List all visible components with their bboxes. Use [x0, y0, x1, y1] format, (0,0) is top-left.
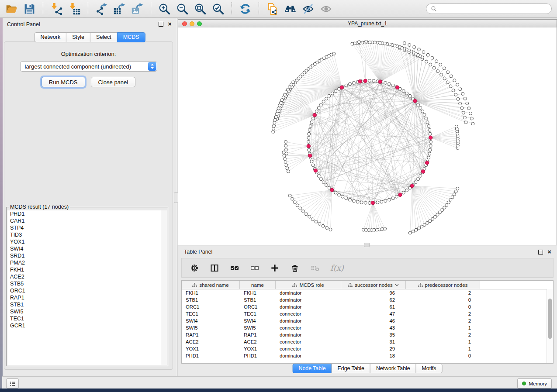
- network-titlebar[interactable]: YPA_prune.txt_1: [178, 20, 557, 28]
- columns-icon[interactable]: [210, 263, 219, 272]
- table-row[interactable]: SWI5SWI5connector431: [182, 324, 553, 331]
- mcds-result-list[interactable]: PHD1CAR1STP4TID3YOX1SWI4SRD1PMA2FKH1ACE2…: [7, 210, 167, 365]
- settings-icon[interactable]: [190, 263, 199, 272]
- deselect-all-icon[interactable]: [250, 263, 259, 272]
- mcds-node-item[interactable]: FKH1: [7, 266, 167, 273]
- table-cell: TEC1: [182, 310, 240, 317]
- search-box[interactable]: [426, 3, 552, 14]
- table-row[interactable]: RAP1RAP1dominator352: [182, 331, 553, 338]
- mcds-node-item[interactable]: STB5: [7, 280, 167, 287]
- memory-button[interactable]: Memory: [517, 378, 552, 389]
- zoom-selected-icon[interactable]: [211, 1, 226, 16]
- table-scrollbar-thumb[interactable]: [548, 299, 552, 339]
- table-row[interactable]: STB1STB1dominator620: [182, 296, 553, 303]
- table-row[interactable]: TEC1TEC1connector472: [182, 310, 553, 317]
- refresh-view-icon[interactable]: [238, 1, 253, 16]
- save-session-icon[interactable]: [22, 1, 37, 16]
- table-cell: 0: [406, 296, 480, 303]
- network-canvas-svg[interactable]: [178, 28, 557, 245]
- clone-network-icon[interactable]: [265, 1, 280, 16]
- table-panel-close-icon[interactable]: ×: [547, 249, 551, 254]
- memory-indicator-dot: [522, 382, 526, 385]
- tab-mcds[interactable]: MCDS: [117, 32, 145, 42]
- zoom-traffic-light-icon[interactable]: [197, 21, 202, 26]
- mcds-node-item[interactable]: GCR1: [7, 322, 167, 329]
- table-row[interactable]: ACE2ACE2connector311: [182, 338, 553, 345]
- column-header-shared-name[interactable]: shared name: [182, 281, 240, 289]
- table-cell: STB1: [182, 296, 240, 303]
- network-canvas[interactable]: [178, 28, 557, 245]
- tab-style[interactable]: Style: [66, 32, 90, 42]
- table-row[interactable]: SWI4SWI4dominator462: [182, 317, 553, 324]
- table-row[interactable]: PHD1PHD1dominator180: [182, 352, 553, 359]
- show-all-icon[interactable]: [318, 1, 334, 16]
- table-cell: 18: [341, 352, 406, 359]
- table-cell: 1: [406, 338, 480, 345]
- table-cell: 43: [341, 324, 406, 331]
- table-row[interactable]: ORC1ORC1dominator610: [182, 303, 553, 310]
- open-file-icon[interactable]: [4, 1, 19, 16]
- mcds-node-item[interactable]: PHD1: [7, 210, 167, 217]
- task-history-button[interactable]: [6, 378, 19, 389]
- table-cell: 0: [406, 352, 480, 359]
- horizontal-splitter-handle[interactable]: [364, 243, 370, 247]
- import-table-icon[interactable]: [67, 1, 82, 16]
- column-header-MCDS-role[interactable]: MCDS role: [276, 281, 341, 289]
- close-panel-button[interactable]: Close panel: [91, 77, 136, 87]
- zoom-in-icon[interactable]: [157, 1, 172, 16]
- mcds-node-item[interactable]: TID3: [7, 231, 167, 238]
- mcds-node-item[interactable]: ORC1: [7, 287, 167, 294]
- column-header-successor-nodes[interactable]: successor nodes: [341, 281, 406, 289]
- column-header-predecessor-nodes[interactable]: predecessor nodes: [406, 281, 480, 289]
- close-traffic-light-icon[interactable]: [182, 21, 187, 26]
- import-network-icon[interactable]: [49, 1, 64, 16]
- mcds-node-item[interactable]: RAP1: [7, 294, 167, 301]
- select-all-icon[interactable]: [230, 263, 239, 272]
- tab-motifs[interactable]: Motifs: [416, 364, 443, 373]
- mcds-node-item[interactable]: STP4: [7, 224, 167, 231]
- export-table-icon[interactable]: [112, 1, 127, 16]
- zoom-out-icon[interactable]: [175, 1, 190, 16]
- tab-select[interactable]: Select: [90, 32, 118, 42]
- mcds-node-item[interactable]: SWI5: [7, 308, 167, 315]
- export-image-icon[interactable]: [130, 1, 145, 16]
- criterion-select[interactable]: largest connected component (undirected): [20, 61, 157, 72]
- search-input[interactable]: [439, 4, 549, 13]
- table-cell: ORC1: [182, 303, 240, 310]
- tab-node-table[interactable]: Node Table: [293, 364, 332, 373]
- mcds-node-item[interactable]: YOX1: [7, 238, 167, 245]
- control-panel-close-icon[interactable]: ×: [168, 21, 172, 26]
- list-icon: [9, 380, 16, 387]
- hide-selected-icon[interactable]: [301, 1, 316, 16]
- add-row-icon[interactable]: [270, 263, 279, 272]
- table-row[interactable]: FKH1FKH1dominator962: [182, 289, 553, 296]
- column-header-name[interactable]: name: [240, 281, 276, 289]
- table-row[interactable]: YOX1YOX1connector291: [182, 345, 553, 352]
- memory-label: Memory: [529, 381, 547, 386]
- delete-rows-icon[interactable]: [290, 263, 299, 272]
- table-cell: SWI5: [182, 324, 240, 331]
- table-panel-float-icon[interactable]: [538, 250, 543, 254]
- tab-edge-table[interactable]: Edge Table: [332, 364, 370, 373]
- mcds-node-item[interactable]: PMA2: [7, 259, 167, 266]
- table-cell: YOX1: [240, 345, 276, 352]
- export-network-icon[interactable]: [94, 1, 109, 16]
- table-scrollbar[interactable]: [547, 289, 553, 363]
- minimize-traffic-light-icon[interactable]: [190, 21, 194, 26]
- zoom-fit-icon[interactable]: [193, 1, 208, 16]
- mcds-node-item[interactable]: SWI4: [7, 245, 167, 252]
- first-neighbors-icon[interactable]: [283, 1, 298, 16]
- mcds-node-item[interactable]: TEC1: [7, 315, 167, 322]
- control-panel-tabs: NetworkStyleSelectMCDS: [34, 32, 145, 42]
- control-panel-float-icon[interactable]: [159, 22, 163, 27]
- mcds-node-item[interactable]: CAR1: [7, 217, 167, 224]
- tab-network-table[interactable]: Network Table: [370, 364, 416, 373]
- mcds-list-scrollbar[interactable]: [161, 210, 167, 365]
- mcds-buttons-row: Run MCDS Close panel: [4, 77, 173, 87]
- tab-network[interactable]: Network: [34, 32, 66, 42]
- run-mcds-button[interactable]: Run MCDS: [42, 77, 85, 87]
- mcds-node-item[interactable]: SRD1: [7, 252, 167, 259]
- mcds-node-item[interactable]: ACE2: [7, 273, 167, 280]
- mcds-node-item[interactable]: STB1: [7, 301, 167, 308]
- toolbar-separator: [43, 2, 43, 15]
